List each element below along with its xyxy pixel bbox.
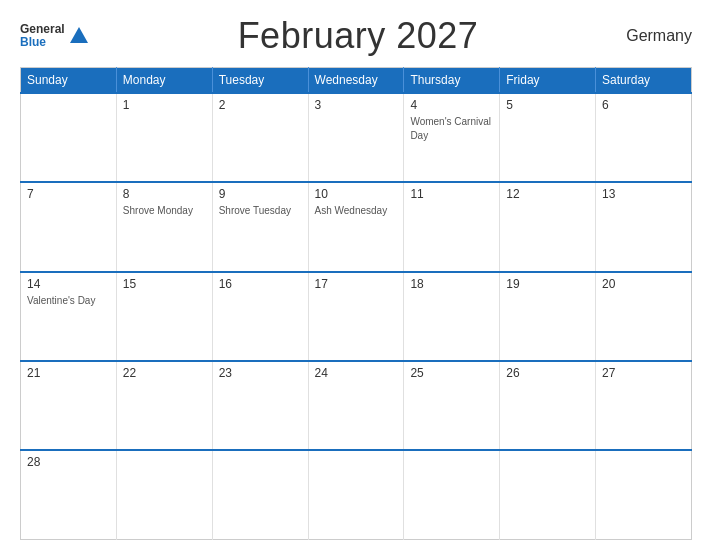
day-number: 4 <box>410 98 493 112</box>
day-number: 12 <box>506 187 589 201</box>
day-number: 19 <box>506 277 589 291</box>
day-number: 10 <box>315 187 398 201</box>
table-row: 27 <box>596 361 692 450</box>
table-row: 28 <box>21 450 117 539</box>
col-tuesday: Tuesday <box>212 68 308 94</box>
day-number: 27 <box>602 366 685 380</box>
day-number: 26 <box>506 366 589 380</box>
table-row: 1 <box>116 93 212 182</box>
calendar-week-row: 14Valentine's Day151617181920 <box>21 272 692 361</box>
table-row <box>404 450 500 539</box>
table-row: 11 <box>404 182 500 271</box>
col-thursday: Thursday <box>404 68 500 94</box>
day-number: 28 <box>27 455 110 469</box>
table-row: 14Valentine's Day <box>21 272 117 361</box>
table-row: 22 <box>116 361 212 450</box>
table-row: 23 <box>212 361 308 450</box>
day-number: 5 <box>506 98 589 112</box>
holiday-label: Shrove Tuesday <box>219 205 291 216</box>
table-row: 20 <box>596 272 692 361</box>
col-monday: Monday <box>116 68 212 94</box>
month-title: February 2027 <box>238 15 479 57</box>
table-row: 19 <box>500 272 596 361</box>
table-row: 6 <box>596 93 692 182</box>
logo: General Blue <box>20 23 90 49</box>
day-number: 1 <box>123 98 206 112</box>
table-row: 2 <box>212 93 308 182</box>
table-row: 21 <box>21 361 117 450</box>
col-wednesday: Wednesday <box>308 68 404 94</box>
day-number: 16 <box>219 277 302 291</box>
country-label: Germany <box>626 27 692 45</box>
table-row: 12 <box>500 182 596 271</box>
table-row: 17 <box>308 272 404 361</box>
table-row: 4Women's Carnival Day <box>404 93 500 182</box>
day-number: 3 <box>315 98 398 112</box>
calendar-table: Sunday Monday Tuesday Wednesday Thursday… <box>20 67 692 540</box>
day-number: 14 <box>27 277 110 291</box>
holiday-label: Women's Carnival Day <box>410 116 491 141</box>
calendar-week-row: 21222324252627 <box>21 361 692 450</box>
table-row <box>596 450 692 539</box>
table-row: 3 <box>308 93 404 182</box>
day-number: 9 <box>219 187 302 201</box>
table-row: 25 <box>404 361 500 450</box>
table-row: 9Shrove Tuesday <box>212 182 308 271</box>
table-row: 18 <box>404 272 500 361</box>
table-row: 8Shrove Monday <box>116 182 212 271</box>
logo-blue-text: Blue <box>20 36 65 49</box>
day-number: 13 <box>602 187 685 201</box>
day-number: 6 <box>602 98 685 112</box>
table-row <box>116 450 212 539</box>
day-number: 11 <box>410 187 493 201</box>
calendar-week-row: 28 <box>21 450 692 539</box>
calendar-week-row: 1234Women's Carnival Day56 <box>21 93 692 182</box>
table-row: 24 <box>308 361 404 450</box>
header: General Blue February 2027 Germany <box>20 15 692 57</box>
table-row: 7 <box>21 182 117 271</box>
col-sunday: Sunday <box>21 68 117 94</box>
svg-marker-0 <box>70 27 88 43</box>
table-row <box>21 93 117 182</box>
table-row: 26 <box>500 361 596 450</box>
table-row: 13 <box>596 182 692 271</box>
day-number: 18 <box>410 277 493 291</box>
day-number: 17 <box>315 277 398 291</box>
day-number: 25 <box>410 366 493 380</box>
calendar-week-row: 78Shrove Monday9Shrove Tuesday10Ash Wedn… <box>21 182 692 271</box>
table-row <box>212 450 308 539</box>
weekday-header-row: Sunday Monday Tuesday Wednesday Thursday… <box>21 68 692 94</box>
table-row: 15 <box>116 272 212 361</box>
holiday-label: Shrove Monday <box>123 205 193 216</box>
day-number: 8 <box>123 187 206 201</box>
col-friday: Friday <box>500 68 596 94</box>
day-number: 20 <box>602 277 685 291</box>
logo-icon <box>68 25 90 47</box>
day-number: 23 <box>219 366 302 380</box>
calendar-page: General Blue February 2027 Germany Sunda… <box>0 0 712 550</box>
table-row <box>500 450 596 539</box>
day-number: 21 <box>27 366 110 380</box>
col-saturday: Saturday <box>596 68 692 94</box>
day-number: 7 <box>27 187 110 201</box>
table-row: 16 <box>212 272 308 361</box>
day-number: 15 <box>123 277 206 291</box>
day-number: 22 <box>123 366 206 380</box>
holiday-label: Ash Wednesday <box>315 205 388 216</box>
holiday-label: Valentine's Day <box>27 295 95 306</box>
day-number: 24 <box>315 366 398 380</box>
table-row: 10Ash Wednesday <box>308 182 404 271</box>
table-row <box>308 450 404 539</box>
table-row: 5 <box>500 93 596 182</box>
day-number: 2 <box>219 98 302 112</box>
